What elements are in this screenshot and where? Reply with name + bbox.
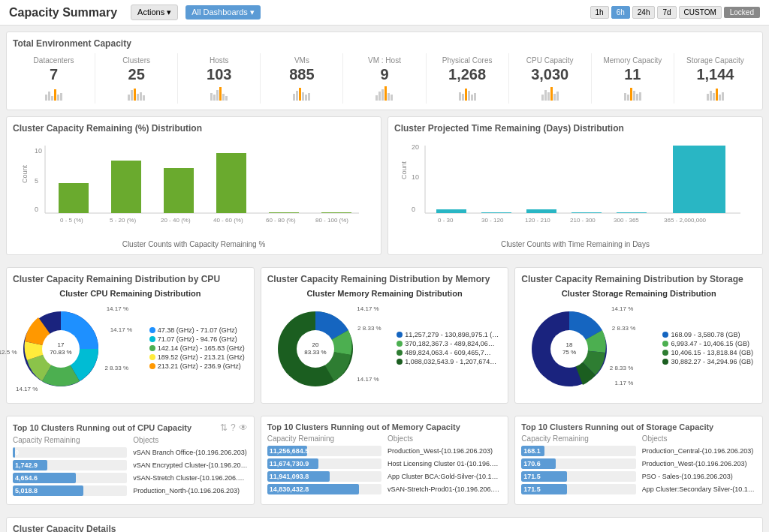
svg-text:18: 18 (566, 341, 573, 348)
metric-storage-capacity-value: 1,144 (676, 66, 755, 83)
svg-text:0: 0 (412, 206, 415, 213)
capacity-remaining-subtitle: Cluster Counts with Capacity Remaining % (13, 240, 375, 248)
metric-datacenters-label: Datacenters (14, 56, 93, 65)
svg-text:5: 5 (35, 177, 38, 185)
svg-text:17: 17 (58, 341, 65, 348)
cpu-dist-card: Cluster Capacity Remaining Distribution … (6, 267, 255, 404)
mem-pct-3: 14.17 % (357, 376, 378, 383)
metric-cpu-capacity: CPU Capacity 3,030 (509, 53, 592, 104)
metric-hosts-label: Hosts (179, 56, 258, 65)
svg-text:83.33 %: 83.33 % (304, 349, 326, 356)
top10-mem-bar-3: 14,830,432.8 (267, 484, 381, 494)
metric-datacenters-value: 7 (14, 66, 93, 83)
top10-mem-obj-2: App Cluster BCA:Gold-Silver-(10.196.2… (388, 473, 502, 480)
top10-cpu-row-1: 1,742.9 vSAN Encrypted Cluster-(10.196.2… (13, 460, 248, 470)
cluster-details-card: Cluster Capacity Details Name Total VMs … (6, 517, 763, 532)
stor-pct-2: 2 8.33 % (612, 325, 636, 332)
mem-legend-4: 1,088,032,543.9 - 1,207,674… (397, 358, 499, 365)
top10-mem-obj-0: Production_West-(10.196.206.203) (388, 447, 502, 455)
actions-button[interactable]: Actions ▾ (131, 5, 178, 20)
capacity-remaining-title: Cluster Capacity Remaining (%) Distribut… (13, 123, 375, 134)
top10-stor-row-3: 171.5 App Cluster:Secondary Silver-(10.1… (521, 484, 756, 494)
top10-stor-obj-2: PSO - Sales-(10.196.206.203) (642, 473, 756, 480)
time-remaining-dist-card: Cluster Projected Time Remaining (Days) … (388, 116, 763, 255)
metric-cpu-capacity-chart (511, 86, 590, 101)
time-controls: 1h 6h 24h 7d CUSTOM Locked (590, 6, 760, 19)
metric-clusters-value: 25 (97, 66, 176, 83)
metric-memory-capacity-value: 11 (593, 66, 672, 83)
top10-cpu-row-3: 5,018.8 Production_North-(10.196.206.203… (13, 485, 248, 496)
top10-cpu-bar-0: 0 (13, 447, 127, 458)
svg-text:5 - 20 (%): 5 - 20 (%) (110, 217, 136, 224)
metric-storage-capacity-label: Storage Capacity (676, 56, 755, 65)
locked-button[interactable]: Locked (724, 7, 760, 18)
eye-icon[interactable]: 👁 (239, 422, 248, 433)
metric-physical-cores-label: Physical Cores (428, 56, 507, 65)
help-icon[interactable]: ? (231, 422, 236, 433)
metric-datacenters-chart (14, 86, 93, 101)
cpu-pie: 17 70.83 % 14.17 % 14.17 % 2 8.33 % 14.1… (16, 304, 106, 394)
top10-mem-bar-1: 11,674,730.9 (267, 458, 381, 469)
env-capacity-card: Total Environment Capacity Datacenters 7… (6, 32, 763, 110)
time-custom[interactable]: CUSTOM (679, 6, 722, 19)
svg-rect-9 (269, 212, 299, 213)
top10-mem-row-2: 11,941,093.8 App Cluster BCA:Gold-Silver… (267, 471, 502, 482)
capacity-remaining-dist-card: Cluster Capacity Remaining (%) Distribut… (6, 116, 381, 255)
svg-text:0 - 5 (%): 0 - 5 (%) (60, 217, 83, 224)
metric-vms-label: VMs (262, 56, 341, 65)
pie-charts-row: Cluster Capacity Remaining Distribution … (6, 267, 763, 410)
metric-memory-capacity: Memory Capacity 11 (592, 53, 674, 104)
dashboards-button[interactable]: All Dashboards ▾ (185, 5, 261, 20)
memory-chart-title: Cluster Memory Remaining Distribution (267, 289, 502, 298)
top10-stor-obj-3: App Cluster:Secondary Silver-(10.196… (642, 485, 756, 493)
top10-memory-cols: Capacity Remaining Objects (267, 434, 502, 443)
metric-datacenters: Datacenters 7 (13, 53, 95, 104)
mem-pct-1: 14.17 % (357, 305, 378, 312)
top10-cpu-bar-3: 5,018.8 (13, 485, 127, 496)
top10-cpu-obj-2: vSAN-Stretch Cluster-(10.196.206.203) (133, 474, 247, 482)
top10-cpu-icons: ⇅ ? 👁 (220, 422, 248, 433)
stor-legend-3: 10,406.15 - 13,818.84 (GB) (662, 349, 753, 356)
top10-stor-obj-0: Production_Central-(10.196.206.203) (642, 447, 756, 455)
mem-legend-2: 370,182,367.3 - 489,824,06… (397, 340, 499, 347)
top10-cpu-obj-1: vSAN Encrypted Cluster-(10.196.206… (133, 461, 247, 469)
top10-mem-row-0: 11,256,684.5 Production_West-(10.196.206… (267, 446, 502, 456)
cpu-pct-3: 2 8.33 % (104, 365, 128, 371)
cpu-pct-5: 3 12.5 % (0, 349, 17, 356)
time-24h[interactable]: 24h (632, 6, 656, 19)
top10-memory-col-cap: Capacity Remaining (267, 434, 381, 443)
svg-rect-8 (216, 153, 246, 213)
top10-storage-col-cap: Capacity Remaining (521, 434, 635, 443)
cpu-dist-title: Cluster Capacity Remaining Distribution … (13, 274, 248, 284)
svg-text:0: 0 (35, 206, 38, 213)
time-7d[interactable]: 7d (657, 6, 676, 19)
memory-dist-title: Cluster Capacity Remaining Distribution … (267, 274, 502, 284)
metric-cpu-capacity-value: 3,030 (511, 66, 590, 83)
top10-cpu-col-cap: Capacity Remaining (13, 436, 127, 444)
metric-vms: VMs 885 (261, 53, 343, 104)
svg-text:300 - 365: 300 - 365 (614, 217, 639, 224)
sort-icon[interactable]: ⇅ (220, 422, 228, 433)
top10-mem-obj-1: Host Licensing Cluster 01-(10.196.206… (388, 460, 502, 467)
metric-vm-host-value: 9 (345, 66, 424, 83)
header: Capacity Summary Actions ▾ All Dashboard… (0, 0, 769, 26)
storage-pie-legend: 168.09 - 3,580.78 (GB) 6,993.47 - 10,406… (662, 331, 753, 367)
memory-dist-card: Cluster Capacity Remaining Distribution … (261, 267, 509, 404)
top10-mem-row-3: 14,830,432.8 vSAN-Stretch-Prod01-(10.196… (267, 484, 502, 494)
top10-cpu-header: Top 10 Clusters Running out of CPU Capac… (13, 422, 248, 433)
time-remaining-title: Cluster Projected Time Remaining (Days) … (394, 123, 756, 134)
svg-rect-28 (673, 146, 725, 213)
top10-stor-row-1: 170.6 Production_West-(10.196.206.203) (521, 458, 756, 469)
time-remaining-chart: 20 10 0 0 - 30 30 - 120 120 - 210 210 - … (394, 138, 756, 236)
distribution-charts-row: Cluster Capacity Remaining (%) Distribut… (6, 116, 763, 261)
time-6h[interactable]: 6h (611, 6, 630, 19)
time-1h[interactable]: 1h (590, 6, 609, 19)
storage-chart-title: Cluster Storage Remaining Distribution (521, 289, 756, 298)
svg-text:80 - 100 (%): 80 - 100 (%) (315, 217, 348, 224)
storage-pie-container: 18 75 % 14.17 % 2 8.33 % 2 8.33 % 1.17 %… (521, 301, 756, 397)
stor-legend-1: 168.09 - 3,580.78 (GB) (662, 331, 753, 338)
page-title: Capacity Summary (9, 6, 117, 20)
top10-cpu-card: Top 10 Clusters Running out of CPU Capac… (6, 416, 255, 505)
stor-pct-1: 14.17 % (611, 305, 633, 312)
top10-stor-bar-1: 170.6 (521, 458, 635, 469)
